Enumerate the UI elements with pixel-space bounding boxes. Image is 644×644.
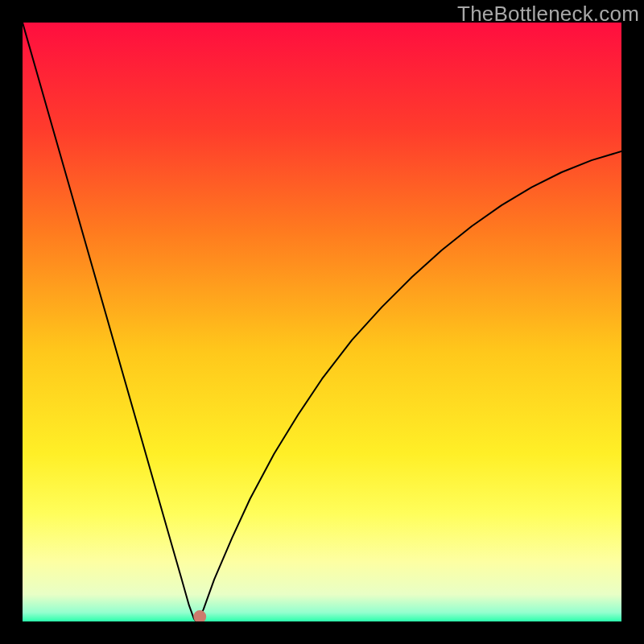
plot-area bbox=[23, 23, 621, 621]
chart-frame: TheBottleneck.com bbox=[0, 0, 644, 644]
chart-svg bbox=[23, 23, 621, 621]
gradient-background bbox=[23, 23, 621, 621]
